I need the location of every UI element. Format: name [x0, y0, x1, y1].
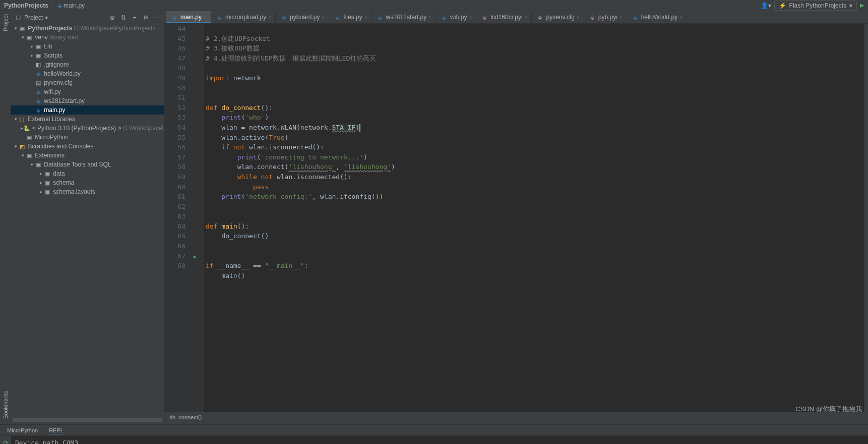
python-file-icon: ⬙: [34, 107, 42, 114]
tree-item[interactable]: < Python 3.10 (PythonProjects) >: [32, 125, 121, 132]
panel-title: Project: [24, 14, 43, 21]
tree-item[interactable]: schema: [53, 179, 74, 186]
run-button[interactable]: ▶: [860, 2, 864, 9]
py-file-icon: ⬙: [215, 14, 223, 21]
run-line-icon[interactable]: ▶: [194, 252, 197, 262]
tree-item[interactable]: Database Tools and SQL: [44, 161, 111, 168]
scrollbar[interactable]: [13, 418, 162, 422]
line-gutter: 4445464748495051525354555657585960616263…: [164, 24, 192, 412]
editor-tab[interactable]: ⬙pyvenv.cfg×: [532, 11, 584, 23]
hide-icon[interactable]: —: [153, 14, 161, 21]
breadcrumb[interactable]: PythonProjects 〉 ⬙ main.py: [4, 2, 761, 9]
project-root[interactable]: PythonProjects: [28, 25, 72, 32]
libraries-icon: ⫿⫿: [18, 116, 26, 122]
tab-label: lcd160cr.pyi: [490, 14, 522, 21]
gitignore-icon: ◧: [34, 62, 42, 68]
folder-icon: ▣: [43, 171, 51, 177]
py-file-icon: ⬙: [280, 14, 288, 21]
chevron-right-icon: 〉: [50, 2, 55, 9]
breadcrumb-root[interactable]: PythonProjects: [4, 2, 48, 9]
tab-label: files.py: [343, 14, 362, 21]
folder-icon: ▣: [25, 34, 33, 41]
tree-item[interactable]: venv: [35, 34, 47, 41]
tab-label: wifi.py: [450, 14, 467, 21]
editor-tab[interactable]: ⬙ws2812start.py×: [372, 11, 437, 23]
tree-item-selected[interactable]: main.py: [44, 106, 65, 114]
close-icon[interactable]: ×: [364, 15, 367, 20]
project-tree[interactable]: ▾▣ PythonProjects G:\WorkSpace\PythonPro…: [11, 24, 164, 418]
terminal-output[interactable]: Device path COM3 Quit: Ctrl+] | Stop pro…: [11, 436, 868, 444]
code-content[interactable]: # 2.创建UDPsocket # 3.接收UDP数据 # 4.处理接收到的UD…: [204, 24, 864, 412]
close-icon[interactable]: ×: [204, 15, 207, 20]
cfg-file-icon: ▤: [34, 80, 42, 86]
run-configuration-combo[interactable]: ⚡ Flash PythonProjects ▾: [774, 1, 857, 11]
python-sdk-icon: 🐍: [23, 125, 30, 132]
cfg-file-icon: ⬙: [536, 14, 544, 21]
editor-breadcrumb[interactable]: do_connect(): [164, 412, 868, 422]
editor-tab[interactable]: ⬙main.py×: [166, 11, 211, 23]
tree-item[interactable]: data: [53, 170, 65, 177]
project-icon: ▢: [14, 14, 22, 21]
pyi-file-icon: ⬙: [588, 14, 596, 21]
left-stripe: Project Bookmarks: [0, 11, 11, 422]
collapse-all-icon[interactable]: ÷: [131, 14, 139, 21]
close-icon[interactable]: ×: [619, 15, 623, 20]
python-file-icon: ⬙: [57, 2, 62, 9]
editor-tab[interactable]: ⬙microupload.py×: [211, 11, 276, 23]
run-config-label: Flash PythonProjects: [789, 2, 846, 9]
tree-item[interactable]: helloWorld.py: [44, 70, 80, 77]
editor-tab[interactable]: ⬙helloWorld.py×: [627, 11, 687, 23]
tree-item[interactable]: Scripts: [44, 52, 63, 59]
users-icon[interactable]: 👤▾: [761, 2, 771, 9]
tree-item[interactable]: Scratches and Consoles: [28, 143, 93, 150]
editor-tab[interactable]: ⬙pyboard.py×: [276, 11, 329, 23]
tree-item[interactable]: External Libraries: [28, 116, 75, 123]
py-file-icon: ⬙: [631, 14, 639, 21]
tab-micropython[interactable]: MicroPython: [4, 426, 41, 434]
editor-scrollbar[interactable]: [864, 24, 868, 412]
folder-icon: ▣: [25, 134, 33, 141]
close-icon[interactable]: ×: [469, 15, 472, 20]
locate-icon[interactable]: ⊚: [108, 14, 116, 21]
py-file-icon: ⬙: [170, 14, 178, 21]
tab-repl[interactable]: REPL: [46, 426, 67, 434]
tree-item[interactable]: pyvenv.cfg: [44, 79, 72, 86]
tree-item[interactable]: ws2812start.py: [44, 97, 85, 104]
tree-item[interactable]: .gitignore: [44, 61, 69, 68]
folder-icon: ▣: [34, 52, 42, 59]
tree-item[interactable]: schema.layouts: [53, 188, 95, 195]
close-icon[interactable]: ×: [428, 15, 431, 20]
scratches-icon: ◩: [18, 143, 26, 150]
editor-tab[interactable]: ⬙wifi.py×: [436, 11, 476, 23]
tree-item[interactable]: MicroPython: [35, 134, 69, 141]
tool-window-bookmarks[interactable]: Bookmarks: [3, 388, 9, 422]
folder-icon: ▣: [43, 180, 51, 186]
folder-icon: ▣: [43, 189, 51, 195]
navigation-bar: PythonProjects 〉 ⬙ main.py 👤▾ ⚡ Flash Py…: [0, 0, 868, 11]
expand-all-icon[interactable]: ⇅: [119, 14, 128, 21]
breadcrumb-file[interactable]: main.py: [64, 2, 85, 9]
code-editor[interactable]: 4445464748495051525354555657585960616263…: [164, 24, 868, 412]
chevron-down-icon[interactable]: ▾: [45, 14, 48, 21]
terminal-panel: ⟳ ■ 🗑 Device path COM3 Quit: Ctrl+] | St…: [0, 435, 868, 444]
close-icon[interactable]: ×: [268, 15, 271, 20]
close-icon[interactable]: ×: [525, 15, 528, 20]
close-icon[interactable]: ×: [679, 15, 683, 20]
close-icon[interactable]: ×: [577, 15, 580, 20]
editor-tab[interactable]: ⬙lcd160cr.pyi×: [476, 11, 532, 23]
refresh-icon[interactable]: ⟳: [3, 438, 9, 444]
tree-item[interactable]: Lib: [44, 43, 52, 50]
gear-icon[interactable]: ⚙: [142, 14, 150, 21]
close-icon[interactable]: ×: [322, 15, 325, 20]
tool-window-project[interactable]: Project: [3, 11, 9, 34]
bottom-tool-tabs: MicroPython REPL: [0, 424, 868, 435]
folder-icon: ▣: [34, 161, 42, 168]
python-file-icon: ⬙: [34, 98, 42, 104]
py-file-icon: ⬙: [440, 14, 448, 21]
tree-item[interactable]: wifi.py: [44, 88, 60, 95]
tree-item[interactable]: Extensions: [35, 152, 65, 159]
editor-tab[interactable]: ⬙files.py×: [329, 11, 371, 23]
editor-tab[interactable]: ⬙pyb.pyi×: [584, 11, 627, 23]
project-tool-window: ▢ Project ▾ ⊚ ⇅ ÷ ⚙ — ▾▣ PythonProjects …: [11, 11, 164, 422]
python-file-icon: ⬙: [34, 89, 42, 95]
